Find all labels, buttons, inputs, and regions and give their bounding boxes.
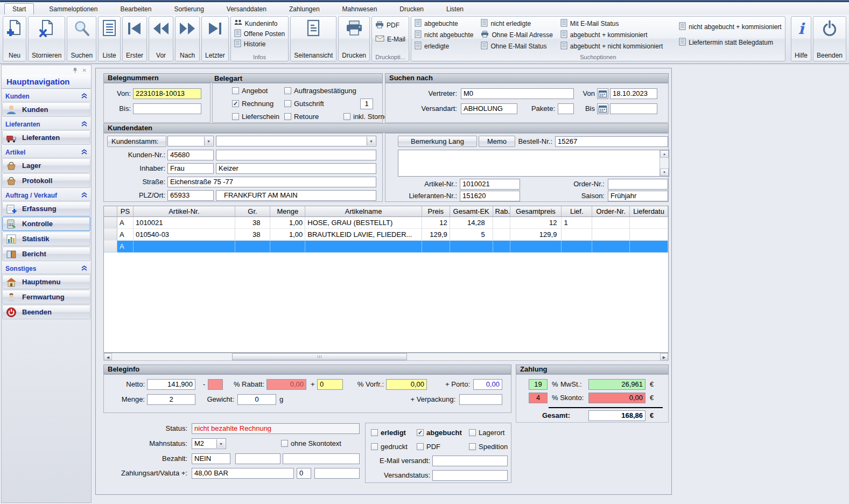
vorfr-input[interactable]: 0,00	[386, 379, 427, 390]
suchoption-ohne-e-mail-status[interactable]: Ohne E-Mail Status	[481, 41, 552, 51]
sidebar-item-protokoll[interactable]: Protokoll	[2, 173, 90, 188]
column-header-order-nr[interactable]: Order-Nr.	[592, 206, 630, 217]
email-versandt-input[interactable]	[432, 456, 508, 466]
pdf-button[interactable]: PDF	[375, 18, 405, 32]
suchoption-nicht-erledigte[interactable]: nicht erledigte	[481, 18, 552, 29]
lagerort-checkbox[interactable]	[469, 429, 476, 436]
abgebucht-checkbox[interactable]	[417, 429, 424, 436]
tab-mahnwesen[interactable]: Mahnwesen	[335, 4, 385, 15]
tab-listen[interactable]: Listen	[439, 4, 471, 15]
plz-input[interactable]: 65933	[167, 190, 214, 201]
gesamt-input[interactable]: 168,86	[588, 410, 645, 421]
sidebar-item-kunden[interactable]: Kunden	[2, 102, 90, 117]
saison-input[interactable]: Frühjahr	[608, 191, 668, 201]
drucken-button[interactable]: Drucken	[338, 16, 370, 61]
ohne-skontotext-checkbox[interactable]	[281, 440, 288, 447]
memo-textarea[interactable]: ▲▼	[398, 150, 669, 177]
vertreter-input[interactable]: M0	[461, 88, 574, 99]
table-row-selected[interactable]: A	[104, 241, 668, 253]
gutschrift-count-input[interactable]: 1	[360, 99, 373, 109]
table-row[interactable]: A1010021381,00HOSE, GRAU (BESTELLT)1214,…	[104, 217, 668, 229]
kundenstamm-button[interactable]: Kundenstamm:	[107, 136, 166, 147]
close-icon[interactable]: ✕	[82, 68, 87, 73]
pin-icon[interactable]	[73, 66, 78, 75]
tab-bearbeiten[interactable]: Bearbeiten	[113, 4, 159, 15]
sidebar-item-bericht[interactable]: Bericht	[2, 247, 90, 261]
bezahlt-feld2-input[interactable]	[235, 453, 280, 464]
pakete-input[interactable]	[558, 103, 574, 114]
rechnung-checkbox[interactable]	[232, 100, 239, 107]
sidebar-item-kontrolle[interactable]: Kontrolle	[2, 216, 90, 231]
auftragsbestaetigung-checkbox[interactable]	[284, 87, 291, 94]
chevron-up-icon[interactable]	[81, 121, 87, 128]
valuta-feld2-input[interactable]	[314, 468, 360, 479]
belegnummer-von-input[interactable]: 2231018-10013	[133, 88, 201, 99]
suchoption-liefertermin-statt-belegdatum[interactable]: Liefertermin statt Belegdatum	[679, 38, 781, 48]
positionen-table[interactable]: PSArtikel-Nr.Gr.MengeArtikelnamePreisGes…	[103, 206, 669, 353]
column-header-gr[interactable]: Gr.	[235, 206, 271, 217]
column-header-ps[interactable]: PS	[117, 206, 134, 217]
datum-bis-input[interactable]	[610, 103, 657, 114]
scrollbar-thumb[interactable]	[232, 353, 407, 360]
porto-input[interactable]: 0,00	[473, 379, 502, 390]
suchen-button[interactable]: Suchen	[67, 16, 96, 61]
sidebar-item-erfassung[interactable]: Erfassung	[2, 201, 90, 216]
versandart-input[interactable]: ABHOLUNG	[461, 103, 517, 114]
suchoption-nicht-abgebucht-kommisioniert[interactable]: nicht abgebucht + kommisioniert	[679, 22, 781, 32]
kundenstamm-name-combo[interactable]: ▼	[216, 136, 376, 146]
inkl-stornos-checkbox[interactable]	[343, 113, 350, 120]
ort-input[interactable]: FRANKFURT AM MAIN	[216, 190, 376, 201]
tab-start[interactable]: Start	[4, 3, 34, 15]
erledigt-checkbox[interactable]	[371, 429, 378, 436]
suchoption-abgebuchte[interactable]: abgebuchte	[415, 18, 473, 29]
column-header-rab[interactable]: Rab.	[493, 206, 510, 217]
gedruckt-checkbox[interactable]	[371, 443, 378, 450]
sidebar-item-statistik[interactable]: Statistik	[2, 232, 90, 246]
sidebar-group-lieferanten[interactable]: Lieferanten	[2, 117, 91, 130]
column-header-artikelname[interactable]: Artikelname	[305, 206, 422, 217]
versandstatus-input[interactable]	[432, 470, 508, 481]
artikel-nr-input[interactable]: 1010021	[460, 179, 520, 190]
anrede-input[interactable]: Frau	[167, 163, 214, 174]
bezahlt-feld3-input[interactable]	[283, 453, 360, 464]
skonto-betrag-input[interactable]: 0,00	[588, 393, 645, 403]
erster-button[interactable]: Erster	[122, 16, 147, 61]
dropdown-arrow-icon[interactable]: ▼	[367, 137, 375, 145]
tab-zahlungen[interactable]: Zahlungen	[282, 4, 327, 15]
chevron-up-icon[interactable]	[81, 149, 87, 156]
column-header-artikel-nr[interactable]: Artikel-Nr.	[134, 206, 235, 217]
suchoption-abgebucht-kommisioniert[interactable]: abgebucht + kommisioniert	[560, 30, 663, 40]
order-nr-input[interactable]	[608, 179, 668, 190]
retoure-checkbox[interactable]	[284, 113, 291, 120]
column-header-lieferdatu[interactable]: Lieferdatu	[630, 206, 668, 217]
letzter-button[interactable]: Letzter	[201, 16, 229, 61]
column-header-gesamtpreis[interactable]: Gesamtpreis	[510, 206, 562, 217]
strasse-input[interactable]: Eichenstraße 75 -77	[167, 177, 376, 187]
gutschrift-checkbox[interactable]	[284, 100, 291, 107]
chevron-up-icon[interactable]	[81, 192, 87, 199]
column-header-menge[interactable]: Menge	[270, 206, 305, 217]
dropdown-arrow-icon[interactable]: ▼	[216, 439, 225, 448]
suchoption-mit-e-mail-status[interactable]: Mit E-Mail Status	[560, 18, 663, 29]
beenden-button[interactable]: Beenden	[813, 16, 846, 61]
bemerkung-lang-button[interactable]: Bemerkung Lang	[398, 136, 477, 147]
sidebar-group-auftrag-verkauf[interactable]: Auftrag / Verkauf	[2, 188, 91, 201]
mwst-prozent-input[interactable]: 19	[529, 379, 548, 390]
inhaber-name-input[interactable]: Keizer	[216, 163, 376, 174]
dropdown-arrow-icon[interactable]: ▼	[204, 137, 213, 145]
calendar-bis-button[interactable]	[597, 103, 608, 114]
lieferanten-nr-input[interactable]: 151620	[460, 191, 520, 201]
sidebar-item-beenden[interactable]: Beenden	[2, 305, 90, 319]
sidebar-group-sonstiges[interactable]: Sonstiges	[2, 261, 91, 274]
tab-sammeloptionen[interactable]: Sammeloptionen	[41, 4, 105, 15]
status-input[interactable]: nicht bezahlte Rechnung	[192, 423, 360, 434]
scroll-down-icon[interactable]: ▼	[660, 169, 669, 176]
chevron-up-icon[interactable]	[81, 93, 87, 100]
neu-button[interactable]: Neu	[3, 16, 26, 61]
datum-von-input[interactable]: 18.10.2023	[610, 88, 657, 99]
memo-scrollbar[interactable]: ▲▼	[659, 150, 669, 176]
menge-input[interactable]: 2	[147, 394, 195, 405]
sidebar-item-hauptmenu[interactable]: Hauptmenu	[2, 275, 90, 289]
stornieren-button[interactable]: Stornieren	[28, 16, 65, 61]
scroll-left-icon[interactable]: ◀	[104, 353, 112, 360]
